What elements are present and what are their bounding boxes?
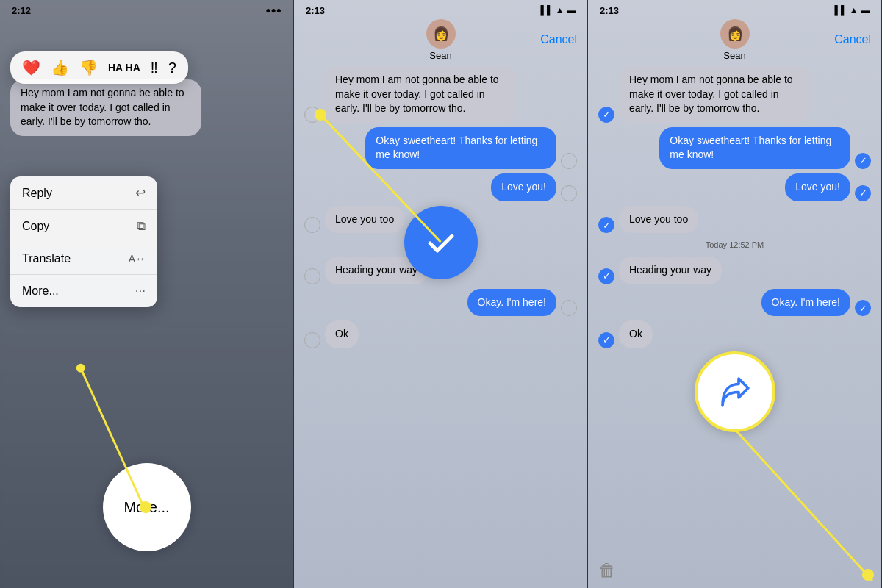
sel-6[interactable] [304, 332, 320, 348]
sel-3-3[interactable]: ✓ [598, 217, 614, 233]
yellow-dot-1 [140, 501, 151, 513]
msg-row-3-5: Okay. I'm here! ✓ [598, 289, 871, 317]
bubble-3-3: Love you too [619, 206, 698, 234]
msg-row-1: Okay sweetheart! Thanks for letting me k… [304, 127, 577, 169]
msg-row-3-4: ✓ Heading your way [598, 257, 871, 284]
copy-icon: ⧉ [137, 219, 146, 234]
context-copy[interactable]: Copy ⧉ [10, 210, 157, 243]
thumbsup-reaction[interactable]: 👍 [51, 59, 69, 76]
chat-area-3: ✓ Hey mom I am not gonna be able to make… [588, 59, 881, 356]
msg-row-0: Hey mom I am not gonna be able to make i… [304, 66, 577, 123]
panel-2: 2:13 ▌▌ ▲ ▬ 👩 Sean Cancel Hey mom I am n… [294, 0, 588, 588]
msg-row-5: Okay. I'm here! [304, 289, 577, 317]
msg-row-6: Ok [304, 320, 577, 348]
nav-header-2: 👩 Sean Cancel [294, 21, 587, 59]
contact-name-3: Sean [723, 50, 745, 61]
contact-name-2: Sean [429, 50, 451, 61]
share-circle-callout [695, 351, 775, 432]
bubble-3-1: Okay sweetheart! Thanks for letting me k… [659, 127, 850, 169]
cancel-btn-3[interactable]: Cancel [834, 33, 871, 46]
more-icon: ··· [135, 284, 146, 298]
avatar-3: 👩 [720, 19, 750, 49]
msg-row-3-6: ✓ Ok [598, 320, 871, 348]
status-icons-1: ●●● [265, 5, 282, 15]
bubble-3-6: Ok [619, 320, 653, 348]
bubble-0: Hey mom I am not gonna be able to make i… [325, 66, 516, 123]
reaction-bar[interactable]: ❤️ 👍 👎 HA HA ‼️ ? [10, 51, 188, 84]
status-icons-2: ▌▌ ▲ ▬ [540, 5, 576, 15]
haha-reaction[interactable]: HA HA [108, 62, 140, 74]
share-icon [714, 372, 755, 412]
bubble-3-4: Heading your way [619, 257, 722, 284]
yellow-dot-2a [315, 109, 326, 121]
bubble-6: Ok [325, 320, 359, 348]
panel-1: 2:12 ●●● ❤️ 👍 👎 HA HA ‼️ ? Hey mom I am … [0, 0, 294, 588]
msg-row-3-3: ✓ Love you too [598, 206, 871, 234]
bubble-3: Love you too [325, 206, 404, 234]
check-circle-callout [404, 206, 478, 279]
sel-3-6[interactable]: ✓ [598, 332, 614, 348]
bubble-3-5: Okay. I'm here! [761, 289, 850, 317]
p1-message-area: Hey mom I am not gonna be able to make i… [10, 79, 283, 136]
cancel-btn-2[interactable]: Cancel [540, 33, 577, 46]
question-reaction[interactable]: ? [168, 60, 176, 76]
status-time-2: 2:13 [306, 5, 325, 16]
sel-3-4[interactable]: ✓ [598, 268, 614, 284]
exclaim-reaction[interactable]: ‼️ [151, 60, 158, 76]
sel-2[interactable] [561, 185, 577, 201]
msg-row-3-0: ✓ Hey mom I am not gonna be able to make… [598, 66, 871, 123]
sel-3[interactable] [304, 217, 320, 233]
sel-3-0[interactable]: ✓ [598, 107, 614, 123]
status-time-1: 2:12 [12, 5, 31, 16]
bubble-1: Okay sweetheart! Thanks for letting me k… [365, 127, 556, 169]
msg-row-3-2: Love you! ✓ [598, 173, 871, 201]
context-menu[interactable]: Reply ↩ Copy ⧉ Translate A↔ More... ··· [10, 176, 157, 307]
msg-row-3-1: Okay sweetheart! Thanks for letting me k… [598, 127, 871, 169]
context-reply[interactable]: Reply ↩ [10, 176, 157, 210]
trash-icon[interactable]: 🗑 [598, 560, 616, 581]
thumbsdown-reaction[interactable]: 👎 [79, 59, 98, 76]
sel-5[interactable] [561, 300, 577, 316]
sel-1[interactable] [561, 153, 577, 169]
contact-info-2: 👩 Sean [426, 19, 456, 61]
context-more[interactable]: More... ··· [10, 275, 157, 307]
nav-header-3: 👩 Sean Cancel [588, 21, 881, 59]
sel-3-5[interactable]: ✓ [855, 300, 871, 316]
panel-3: 2:13 ▌▌ ▲ ▬ 👩 Sean Cancel ✓ Hey mom I am… [588, 0, 882, 588]
bubble-3-2: Love you! [785, 173, 850, 201]
sel-3-2[interactable]: ✓ [855, 185, 871, 201]
checkmark-icon [423, 224, 459, 261]
timestamp-3: Today 12:52 PM [598, 237, 871, 252]
sel-4[interactable] [304, 268, 320, 284]
context-translate[interactable]: Translate A↔ [10, 243, 157, 275]
bubble-3-0: Hey mom I am not gonna be able to make i… [619, 66, 810, 123]
bubble-2: Love you! [491, 173, 556, 201]
msg-row-2: Love you! [304, 173, 577, 201]
heart-reaction[interactable]: ❤️ [22, 59, 40, 76]
reply-icon: ↩ [135, 185, 146, 201]
status-icons-3: ▌▌ ▲ ▬ [834, 5, 870, 15]
status-time-3: 2:13 [600, 5, 619, 16]
yellow-dot-3 [862, 569, 874, 581]
incoming-bubble-1: Hey mom I am not gonna be able to make i… [10, 79, 201, 136]
contact-info-3: 👩 Sean [720, 19, 750, 61]
avatar-2: 👩 [426, 19, 456, 49]
translate-icon: A↔ [129, 253, 146, 265]
bubble-5: Okay. I'm here! [467, 289, 556, 317]
sel-3-1[interactable]: ✓ [855, 153, 871, 169]
